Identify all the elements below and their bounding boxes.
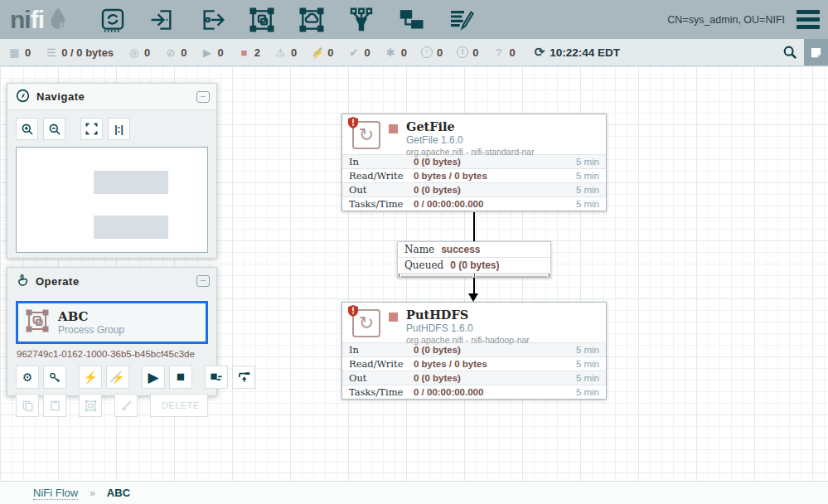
stop-button[interactable]: ■ — [169, 366, 192, 389]
header-right: CN=sys_admin, OU=NIFI — [667, 10, 820, 29]
processor-puthdfs[interactable]: ↻ PutHDFS PutHDFS 1.6.0 org.apache.nifi … — [341, 302, 607, 400]
minimap-component — [94, 216, 168, 239]
disabled-status: ⚡0 — [311, 46, 333, 59]
transmitting-icon: ◎ — [128, 46, 140, 59]
copy-button[interactable] — [16, 394, 39, 417]
logo-text-fi: fi — [31, 6, 44, 34]
processor-bundle: org.apache.nifi - nifi-standard-nar — [406, 147, 535, 158]
upload-template-button[interactable] — [232, 366, 255, 389]
stop-icon: ■ — [177, 369, 185, 385]
group-button[interactable] — [79, 394, 102, 417]
operate-buttons-row-1: ⚙ ⚡ ⚡ ▶ ■ — [7, 361, 216, 389]
zoom-actual-size-button[interactable]: |:| — [108, 118, 130, 140]
breadcrumb-root-link[interactable]: NiFi Flow — [33, 487, 78, 500]
group-icon — [85, 400, 97, 412]
nifi-app: nifi — [0, 0, 828, 504]
invalid-status: ⚠0 — [274, 46, 297, 59]
locally-modified-stale-icon: ! — [457, 46, 468, 58]
flow-canvas[interactable]: Navigate − |:| — [0, 66, 828, 481]
collapse-operate-icon[interactable]: − — [196, 275, 210, 287]
processor-version: GetFile 1.6.0 — [406, 134, 535, 147]
processor-name: PutHDFS — [406, 308, 530, 322]
stopped-status: ■2 — [238, 46, 260, 59]
last-refresh-time: 10:22:44 EDT — [550, 46, 620, 59]
global-menu-icon[interactable] — [797, 10, 820, 29]
label-toolbar-icon[interactable] — [447, 6, 475, 34]
collapse-navigate-icon[interactable]: − — [196, 91, 210, 103]
selected-component[interactable]: ABC Process Group — [16, 301, 208, 344]
breadcrumb-separator: » — [90, 487, 95, 499]
stopped-icon: ■ — [238, 46, 250, 59]
selected-component-id: 962749c1-0162-1000-36b5-b45bcf45c3de — [7, 344, 216, 361]
queue-percent-indicator — [399, 273, 550, 277]
paste-icon — [49, 400, 61, 412]
breadcrumb: NiFi Flow » ABC — [0, 481, 828, 504]
running-icon: ▶ — [201, 46, 214, 59]
configuration-button[interactable]: ⚙ — [16, 366, 39, 389]
save-template-icon — [210, 371, 223, 384]
delete-button-label: DELETE — [162, 400, 200, 410]
navigate-panel-header: Navigate − — [7, 84, 216, 110]
up-to-date-icon: ✔ — [348, 46, 361, 59]
refresh-icon[interactable]: ⟳ — [535, 45, 545, 60]
zoom-fit-button[interactable] — [80, 118, 103, 140]
brush-icon — [120, 400, 133, 412]
disabled-icon: ⚡ — [311, 46, 323, 59]
restricted-shield-icon — [348, 305, 358, 317]
template-toolbar-icon[interactable] — [397, 6, 425, 34]
search-button[interactable] — [776, 39, 804, 65]
connection-label[interactable]: Name success Queued 0 (0 bytes) — [397, 241, 551, 278]
app-header: nifi — [0, 0, 828, 39]
refresh-status[interactable]: ⟳10:22:44 EDT — [535, 45, 620, 60]
stat-row-out: Out0 (0 bytes)5 min — [342, 371, 606, 385]
queued-icon: ☰ — [45, 46, 57, 59]
stopped-state-icon — [389, 313, 398, 322]
up-to-date-status: ✔0 — [348, 46, 370, 59]
navigate-tools: |:| — [7, 110, 216, 147]
start-button[interactable]: ▶ — [142, 366, 165, 389]
operate-panel-title: Operate — [36, 275, 80, 288]
zoom-out-button[interactable] — [43, 118, 65, 140]
enable-button[interactable]: ⚡ — [79, 366, 102, 389]
gear-icon: ⚙ — [22, 371, 33, 384]
stat-row-out: Out0 (0 bytes)5 min — [342, 182, 606, 196]
disable-button[interactable]: ⚡ — [106, 366, 129, 389]
remote-process-group-toolbar-icon[interactable] — [298, 6, 326, 34]
funnel-toolbar-icon[interactable] — [347, 6, 375, 34]
sync-failure-icon: ? — [492, 46, 505, 59]
process-group-toolbar-icon[interactable] — [248, 6, 276, 34]
delete-button[interactable]: DELETE — [150, 394, 208, 417]
navigate-panel: Navigate − |:| — [7, 83, 217, 259]
processor-version: PutHDFS 1.6.0 — [406, 322, 530, 335]
copy-icon — [22, 400, 34, 412]
flow-status-bar: ▦0 ☰0 / 0 bytes ◎0 ⊘0 ▶0 ■2 ⚠0 ⚡0 ✔0 ✱0 … — [0, 39, 828, 66]
locally-modified-status: ✱0 — [385, 46, 407, 59]
running-status: ▶0 — [201, 46, 224, 59]
bulletin-panel-toggle-button[interactable] — [804, 39, 828, 65]
stat-row-readwrite: Read/Write0 bytes / 0 bytes5 min — [342, 168, 606, 182]
process-group-icon — [25, 308, 50, 337]
create-template-button[interactable] — [205, 366, 228, 389]
stale-status: ↑0 — [421, 46, 443, 59]
access-policies-button[interactable] — [43, 366, 66, 389]
lightning-slash-icon: ⚡ — [110, 371, 124, 384]
key-icon — [49, 371, 61, 384]
input-port-toolbar-icon[interactable] — [148, 6, 177, 34]
processor-header: ↻ PutHDFS PutHDFS 1.6.0 org.apache.nifi … — [342, 303, 606, 342]
transmitting-status: ◎0 — [128, 46, 150, 59]
stat-row-readwrite: Read/Write0 bytes / 0 bytes5 min — [342, 356, 606, 371]
component-toolbar — [99, 6, 475, 34]
current-user: CN=sys_admin, OU=NIFI — [667, 14, 785, 26]
paste-button[interactable] — [43, 394, 66, 417]
sync-failure-status: ?0 — [492, 46, 515, 59]
locally-modified-icon: ✱ — [385, 46, 397, 59]
birdseye-minimap[interactable] — [16, 147, 208, 253]
not-transmitting-status: ⊘0 — [164, 46, 186, 59]
color-button[interactable] — [114, 394, 138, 417]
output-port-toolbar-icon[interactable] — [198, 6, 226, 34]
compass-icon — [16, 89, 30, 105]
zoom-in-button[interactable] — [16, 118, 38, 140]
processor-icon: ↻ — [352, 309, 380, 337]
processor-getfile[interactable]: ↻ GetFile GetFile 1.6.0 org.apache.nifi … — [341, 114, 607, 211]
processor-toolbar-icon[interactable] — [99, 6, 127, 34]
